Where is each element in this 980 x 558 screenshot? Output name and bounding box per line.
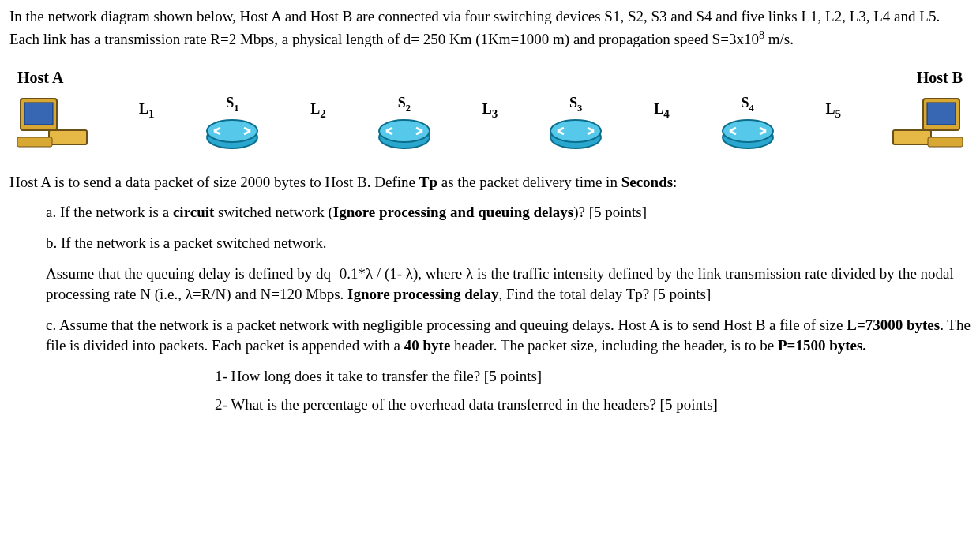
question-b-detail: Assume that the queuing delay is defined… [46, 264, 971, 305]
host-a-label: Host A [17, 66, 63, 88]
link-l4-label: L4 [654, 99, 670, 122]
question-c: c. Assume that the network is a packet n… [46, 315, 971, 357]
svg-rect-13 [927, 103, 956, 125]
network-diagram: Host A Host B L1 S1 L2 [9, 66, 971, 150]
link-l3-label: L3 [482, 99, 498, 122]
intro-part2: m/s. [764, 31, 794, 47]
intro-part1: In the network diagram shown below, Host… [9, 8, 940, 47]
router-icon [205, 117, 260, 150]
switch-s4-label: S4 [741, 93, 753, 115]
host-a-icon [17, 94, 88, 149]
host-b-label: Host B [917, 66, 963, 88]
question-c1: 1- How long does it take to transfer the… [215, 366, 971, 388]
intro-text: In the network diagram shown below, Host… [9, 6, 971, 51]
switch-s3-label: S3 [569, 93, 582, 115]
svg-rect-15 [928, 137, 963, 147]
link-l1-label: L1 [139, 99, 155, 122]
svg-rect-1 [24, 103, 53, 125]
intro-exp: 8 [759, 28, 764, 41]
router-icon [377, 117, 432, 150]
question-c2: 2- What is the percentage of the overhea… [215, 395, 971, 416]
svg-rect-14 [893, 130, 931, 144]
link-l2-label: L2 [310, 99, 326, 122]
question-lead: Host A is to send a data packet of size … [9, 172, 971, 193]
switch-s2-label: S2 [398, 93, 411, 115]
host-b-icon [892, 94, 963, 149]
question-a: a. If the network is a circuit switched … [46, 202, 971, 223]
router-icon [720, 117, 775, 150]
switch-s1-label: S1 [226, 93, 238, 115]
link-l5-label: L5 [826, 99, 842, 122]
router-icon [548, 117, 603, 150]
svg-rect-3 [17, 137, 52, 147]
question-b: b. If the network is a packet switched n… [46, 233, 971, 254]
svg-rect-2 [49, 130, 87, 144]
